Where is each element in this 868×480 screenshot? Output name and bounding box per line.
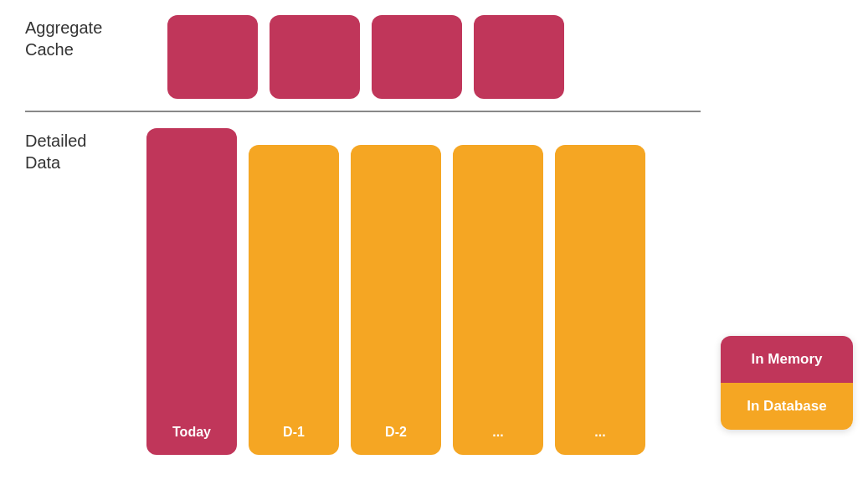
legend-in-memory: In Memory [721, 336, 853, 383]
detailed-row: Today D-1 D-2 ... ... [146, 121, 645, 455]
aggregate-label: Aggregate Cache [25, 17, 102, 60]
section-divider [25, 111, 701, 112]
legend: In Memory In Database [721, 336, 853, 430]
aggregate-block-4 [474, 15, 564, 99]
detail-col-today: Today [146, 128, 237, 455]
legend-in-database: In Database [721, 383, 853, 430]
aggregate-block-2 [270, 15, 360, 99]
detailed-label: Detailed Data [25, 130, 86, 173]
detail-col-ellipsis-2: ... [555, 145, 645, 455]
detail-col-d2: D-2 [351, 145, 441, 455]
aggregate-block-3 [372, 15, 462, 99]
aggregate-row [167, 15, 564, 99]
aggregate-block-1 [167, 15, 258, 99]
detail-col-ellipsis-1: ... [453, 145, 543, 455]
detail-col-d1: D-1 [249, 145, 339, 455]
diagram-container: Aggregate Cache Detailed Data Today D-1 … [0, 0, 868, 480]
